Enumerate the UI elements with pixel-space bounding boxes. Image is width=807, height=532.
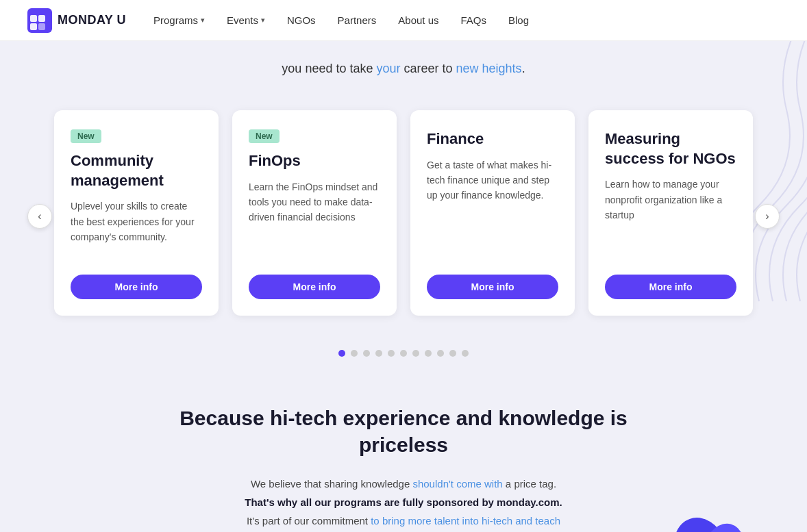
card-desc: Learn how to manage your nonprofit organ…: [605, 177, 736, 223]
carousel-dot-6[interactable]: [412, 350, 419, 357]
card-finance: Finance Get a taste of what makes hi-tec…: [410, 110, 575, 316]
carousel-dots: [0, 343, 807, 377]
carousel-prev-button[interactable]: ‹: [27, 204, 52, 229]
logo-text: MONDAY U: [58, 13, 126, 27]
nav-link-about[interactable]: About us: [398, 14, 438, 26]
bottom-para2: That's why all our programs are fully sp…: [225, 493, 582, 511]
bottom-section: Because hi-tech experience and knowledge…: [0, 377, 807, 532]
nav-item-events[interactable]: Events ▾: [227, 14, 265, 26]
card-more-info-button[interactable]: More info: [605, 275, 736, 299]
nav-item-blog[interactable]: Blog: [508, 14, 529, 27]
cards-container: New Community management Uplevel your sk…: [0, 103, 807, 322]
logo[interactable]: MONDAY U: [27, 8, 126, 33]
card-body: Finance Get a taste of what makes hi-tec…: [427, 129, 558, 258]
nav-item-about[interactable]: About us: [398, 14, 438, 27]
bottom-para1: We believe that sharing knowledge should…: [225, 474, 582, 493]
bottom-para3: It's part of our commitment to bring mor…: [225, 511, 582, 532]
svg-rect-3: [30, 23, 37, 30]
nav-item-faqs[interactable]: FAQs: [461, 14, 487, 27]
nav-link-ngos[interactable]: NGOs: [287, 14, 316, 26]
carousel-dot-8[interactable]: [437, 350, 444, 357]
nav-link-faqs[interactable]: FAQs: [461, 14, 487, 26]
card-more-info-button[interactable]: More info: [249, 275, 380, 299]
carousel-dot-5[interactable]: [400, 350, 407, 357]
carousel-dot-2[interactable]: [363, 350, 370, 357]
svg-rect-4: [38, 23, 45, 30]
carousel-dot-7[interactable]: [425, 350, 432, 357]
card-body: New FinOps Learn the FinOps mindset and …: [249, 129, 380, 258]
card-body: Measuring success for NGOs Learn how to …: [605, 129, 736, 258]
card-community-management: New Community management Uplevel your sk…: [54, 110, 219, 316]
logo-icon: [27, 8, 52, 33]
card-desc: Uplevel your skills to create the best e…: [71, 199, 202, 244]
card-title: FinOps: [249, 151, 380, 171]
nav-link-partners[interactable]: Partners: [338, 14, 377, 26]
nav-item-partners[interactable]: Partners: [338, 14, 377, 27]
bottom-heading: Because hi-tech experience and knowledge…: [137, 405, 670, 458]
carousel-dot-0[interactable]: [338, 350, 345, 357]
carousel-dot-10[interactable]: [462, 350, 469, 357]
svg-rect-1: [30, 15, 37, 22]
card-body: New Community management Uplevel your sk…: [71, 129, 202, 258]
card-title: Finance: [427, 129, 558, 149]
card-desc: Get a taste of what makes hi-tech financ…: [427, 157, 558, 203]
subtitle-text: you need to take your career to new heig…: [27, 62, 780, 76]
nav-item-ngos[interactable]: NGOs: [287, 14, 316, 27]
carousel-dot-1[interactable]: [351, 350, 358, 357]
nav-links: Programs ▾ Events ▾ NGOs Partners About …: [153, 14, 529, 27]
chevron-down-icon: ▾: [261, 16, 265, 25]
main-content: you need to take your career to new heig…: [0, 41, 807, 532]
card-measuring-success: Measuring success for NGOs Learn how to …: [588, 110, 753, 316]
card-desc: Learn the FinOps mindset and tools you n…: [249, 179, 380, 225]
carousel: ‹ › New Community management Uplevel you…: [0, 90, 807, 343]
nav-link-events[interactable]: Events ▾: [227, 14, 265, 26]
nav-link-programs[interactable]: Programs ▾: [153, 14, 205, 26]
svg-rect-2: [38, 15, 45, 22]
carousel-dot-9[interactable]: [449, 350, 456, 357]
chevron-down-icon: ▾: [201, 16, 205, 25]
card-title: Community management: [71, 151, 202, 190]
card-more-info-button[interactable]: More info: [71, 275, 202, 299]
subtitle-area: you need to take your career to new heig…: [0, 41, 807, 90]
bottom-body: We believe that sharing knowledge should…: [225, 474, 582, 532]
carousel-dot-4[interactable]: [388, 350, 395, 357]
butterfly-decoration: [670, 512, 752, 532]
carousel-dot-3[interactable]: [375, 350, 382, 357]
card-finops: New FinOps Learn the FinOps mindset and …: [232, 110, 397, 316]
carousel-next-button[interactable]: ›: [755, 204, 780, 229]
navbar: MONDAY U Programs ▾ Events ▾ NGOs Partne…: [0, 0, 807, 41]
nav-item-programs[interactable]: Programs ▾: [153, 14, 205, 26]
card-title: Measuring success for NGOs: [605, 129, 736, 168]
card-badge-new: New: [71, 129, 101, 143]
nav-link-blog[interactable]: Blog: [508, 14, 529, 26]
card-more-info-button[interactable]: More info: [427, 275, 558, 299]
card-badge-new: New: [249, 129, 280, 143]
